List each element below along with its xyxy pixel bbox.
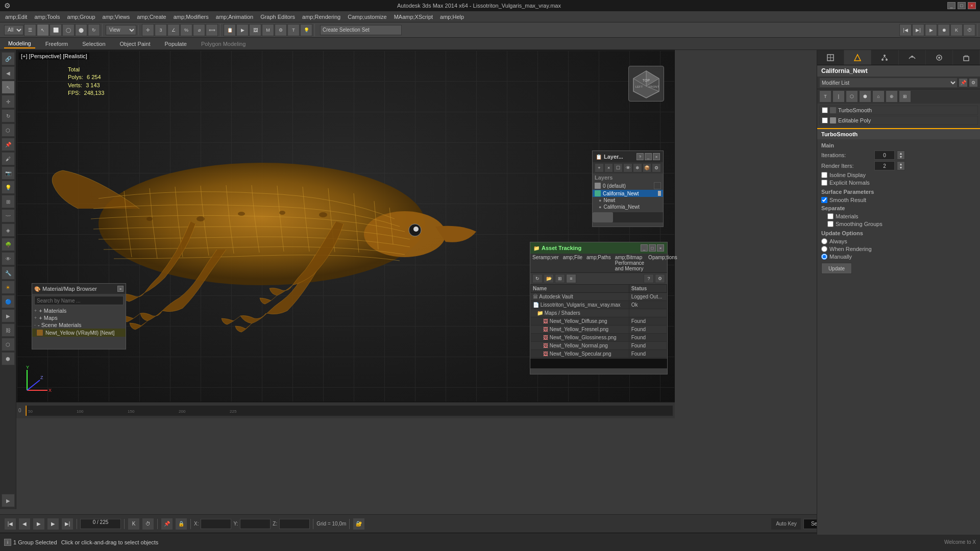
modifier-editable-poly[interactable]: Editable Poly bbox=[819, 116, 978, 125]
menu-tools[interactable]: amp;Tools bbox=[31, 13, 63, 21]
snap-angle-button[interactable]: ∠ bbox=[167, 24, 180, 36]
close-button[interactable]: × bbox=[968, 2, 976, 9]
snap-3d-button[interactable]: 3 bbox=[155, 24, 167, 36]
asset-tracking-titlebar[interactable]: 📁 Asset Tracking _ □ × bbox=[530, 242, 667, 254]
menu-help[interactable]: amp;Help bbox=[437, 13, 467, 21]
select-lasso-button[interactable]: ◯ bbox=[62, 24, 75, 36]
menu-views[interactable]: amp;Views bbox=[100, 13, 133, 21]
ts-manually-radio[interactable] bbox=[821, 254, 827, 260]
ts-iterations-input[interactable] bbox=[874, 151, 895, 160]
snap-spinner-button[interactable]: ⌀ bbox=[193, 24, 205, 36]
menu-maxscript[interactable]: MAamp;XScript bbox=[391, 13, 436, 21]
window-controls[interactable]: _ □ × bbox=[947, 2, 976, 9]
anim-play-button[interactable]: ▶ bbox=[925, 24, 937, 36]
timeline-end-btn[interactable]: ▶| bbox=[61, 518, 74, 530]
mod-icon-btn-4[interactable]: ⬢ bbox=[859, 90, 871, 103]
at-row-specular[interactable]: 🖼 Newt_Yellow_Specular.png Found bbox=[531, 350, 667, 358]
ts-materials-checkbox[interactable] bbox=[827, 213, 834, 219]
modifier-pin-btn[interactable]: 📌 bbox=[959, 78, 968, 87]
current-frame-input[interactable]: 0 / 225 bbox=[80, 519, 121, 529]
rp-tab-utilities[interactable] bbox=[953, 50, 980, 65]
mirror-button[interactable]: ⟺ bbox=[206, 24, 218, 36]
mb-maps-section[interactable]: + + Maps bbox=[32, 314, 126, 321]
at-row-glossiness[interactable]: 🖼 Newt_Yellow_Glossiness.png Found bbox=[531, 334, 667, 342]
menu-rendering[interactable]: amp;Rendering bbox=[299, 13, 344, 21]
modifier-turbosmooth[interactable]: TurboSmooth bbox=[819, 106, 978, 115]
at-row-fresnel[interactable]: 🖼 Newt_Yellow_Fresnel.png Found bbox=[531, 325, 667, 334]
ts-iterations-spinner[interactable]: ▲ ▼ bbox=[897, 151, 905, 160]
navigation-cube[interactable]: TOP FRONT LEFT bbox=[628, 66, 664, 102]
ts-render-iters-input[interactable] bbox=[874, 161, 895, 170]
layer-delete-btn[interactable]: × bbox=[604, 163, 614, 172]
sidebar-btn-select[interactable]: ↖ bbox=[2, 81, 15, 94]
render-settings-button[interactable]: ⚙ bbox=[275, 24, 287, 36]
sidebar-btn-rigging[interactable]: ⛓ bbox=[2, 323, 15, 337]
layers-minimize-btn[interactable]: _ bbox=[645, 153, 652, 160]
select-object-button[interactable]: ↖ bbox=[37, 24, 49, 36]
mb-scene-materials-section[interactable]: - - Scene Materials bbox=[32, 321, 126, 329]
tab-modeling[interactable]: Modeling bbox=[4, 39, 35, 48]
timeline-play-btn[interactable]: ▶ bbox=[33, 518, 45, 530]
sidebar-btn-move[interactable]: ✛ bbox=[2, 95, 15, 108]
minimize-button[interactable]: _ bbox=[947, 2, 955, 9]
at-col-name[interactable]: Name bbox=[531, 285, 629, 293]
at-menu-options[interactable]: Opamp;tions bbox=[648, 255, 677, 271]
mod-icon-btn-3[interactable]: ⬡ bbox=[846, 90, 858, 103]
sidebar-extra-arrow[interactable]: ▶ bbox=[2, 494, 15, 507]
ts-smooth-result-checkbox[interactable] bbox=[821, 197, 827, 203]
material-browser-search[interactable] bbox=[34, 296, 124, 305]
layer-add-obj-btn[interactable]: 📦 bbox=[643, 163, 652, 172]
at-minimize-btn[interactable]: _ bbox=[641, 244, 648, 252]
create-selection-set[interactable]: Create Selection Set bbox=[320, 25, 402, 35]
sidebar-btn-light[interactable]: 💡 bbox=[2, 181, 15, 194]
at-col-status[interactable]: Status bbox=[629, 285, 667, 293]
turbosmooth-checkbox[interactable] bbox=[822, 107, 828, 113]
at-row-vault[interactable]: 🏛 Autodesk Vault Logged Out... bbox=[531, 293, 667, 301]
material-editor-button[interactable]: M bbox=[262, 24, 274, 36]
mod-icon-btn-7[interactable]: ⊞ bbox=[899, 90, 911, 103]
sidebar-btn-space[interactable]: ⊞ bbox=[2, 195, 15, 208]
render-frame-button[interactable]: 🖼 bbox=[249, 24, 261, 36]
anim-key-mode-button[interactable]: K bbox=[950, 24, 963, 36]
z-coord-input[interactable] bbox=[279, 519, 310, 529]
timeline-area[interactable]: 0 50 100 150 200 225 bbox=[16, 402, 675, 418]
at-help-btn[interactable]: ? bbox=[644, 274, 654, 283]
layer-select-btn[interactable]: ☐ bbox=[614, 163, 623, 172]
sidebar-btn-hierarchy[interactable]: 🌳 bbox=[2, 238, 15, 251]
move-button[interactable]: ✛ bbox=[142, 24, 154, 36]
tab-object-paint[interactable]: Object Paint bbox=[116, 40, 155, 48]
at-row-diffuse[interactable]: 🖼 Newt_Yellow_Diffuse.png Found bbox=[531, 317, 667, 325]
sidebar-btn-place[interactable]: 📌 bbox=[2, 138, 15, 151]
at-row-normal[interactable]: 🖼 Newt_Yellow_Normal.png Found bbox=[531, 342, 667, 350]
anim-next-button[interactable]: ▶| bbox=[912, 24, 924, 36]
sidebar-btn-extra2[interactable]: ⬢ bbox=[2, 352, 15, 365]
mod-icon-btn-5[interactable]: ⌂ bbox=[872, 90, 885, 103]
layer-item-california-newt-sub[interactable]: ● California_Newt bbox=[593, 204, 663, 210]
mod-icon-btn-1[interactable]: T bbox=[819, 90, 831, 103]
sidebar-btn-2[interactable]: ◀ bbox=[2, 66, 15, 80]
mod-icon-btn-6[interactable]: ⊕ bbox=[886, 90, 898, 103]
auto-key-button[interactable]: Auto Key bbox=[771, 518, 801, 530]
layer-lock-default[interactable] bbox=[654, 182, 661, 189]
sidebar-btn-1[interactable]: 🔗 bbox=[2, 52, 15, 65]
at-row-max-file[interactable]: 📄 Lissotriton_Vulgaris_max_vray.max Ok bbox=[531, 301, 667, 309]
layer-settings-btn[interactable]: ⚙ bbox=[652, 163, 661, 172]
at-maximize-btn[interactable]: □ bbox=[649, 244, 656, 252]
ts-smoothing-groups-checkbox[interactable] bbox=[827, 221, 834, 227]
rp-tab-hierarchy[interactable] bbox=[871, 50, 898, 65]
at-locate-btn[interactable]: 📂 bbox=[544, 274, 554, 283]
sidebar-btn-scale[interactable]: ⬡ bbox=[2, 123, 15, 137]
menu-customize[interactable]: Camp;ustomize bbox=[345, 13, 389, 21]
time-config-btn[interactable]: ⏱ bbox=[142, 518, 154, 530]
render-button[interactable]: ▶ bbox=[236, 24, 249, 36]
select-region-button[interactable]: ⬜ bbox=[50, 24, 62, 36]
at-grid-view-btn[interactable]: ⊞ bbox=[555, 274, 565, 283]
time-config-button[interactable]: ⏱ bbox=[963, 24, 975, 36]
light-lister-button[interactable]: 💡 bbox=[300, 24, 312, 36]
x-coord-input[interactable] bbox=[201, 519, 231, 529]
at-settings-btn[interactable]: ⚙ bbox=[655, 274, 665, 283]
rotate-button[interactable]: ↻ bbox=[88, 24, 100, 36]
key-mode-btn[interactable]: K bbox=[128, 518, 140, 530]
rp-tab-create[interactable] bbox=[817, 50, 844, 65]
sidebar-btn-curve[interactable]: 〰 bbox=[2, 209, 15, 222]
